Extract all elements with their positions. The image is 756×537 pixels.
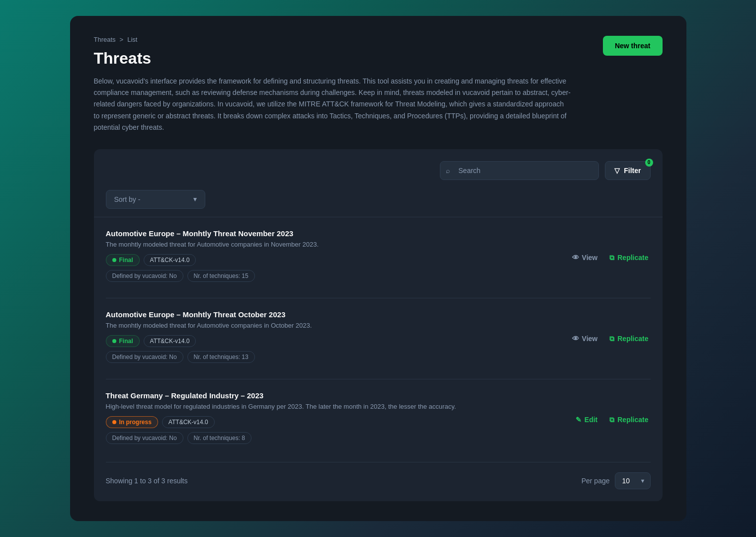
replicate-icon: ⧉ bbox=[609, 415, 614, 424]
framework-tag: ATT&CK-v14.0 bbox=[144, 254, 196, 266]
view-icon: 👁 bbox=[572, 254, 579, 262]
status-label: Final bbox=[119, 338, 133, 345]
page-title: Threats bbox=[94, 49, 663, 68]
framework-tag: ATT&CK-v14.0 bbox=[144, 335, 196, 347]
vucavoid-tag: Defined by vucavoid: No bbox=[106, 351, 183, 363]
threat-description: The monhtly modeled threat for Automotiv… bbox=[106, 241, 651, 248]
filter-label: Filter bbox=[624, 167, 641, 175]
breadcrumb: Threats > List bbox=[94, 36, 663, 43]
status-badge: In progress bbox=[106, 416, 158, 428]
status-label: Final bbox=[119, 257, 133, 264]
per-page-label: Per page bbox=[582, 477, 610, 485]
new-threat-button[interactable]: New threat bbox=[603, 36, 663, 56]
sort-wrapper: Sort by - Name Date Status ▼ bbox=[106, 190, 205, 209]
techniques-tag: Nr. of techniques: 13 bbox=[187, 351, 255, 363]
replicate-label: Replicate bbox=[617, 416, 648, 424]
per-page-wrapper: Per page 10 25 50 100 ▼ bbox=[582, 472, 651, 489]
sort-row: Sort by - Name Date Status ▼ bbox=[106, 190, 651, 209]
search-input[interactable] bbox=[440, 161, 599, 180]
breadcrumb-current: List bbox=[127, 36, 137, 43]
threats-list: Automotive Europe – Monhtly Threat Novem… bbox=[106, 217, 651, 460]
threat-description: The monhtly modeled threat for Automotiv… bbox=[106, 322, 651, 329]
breadcrumb-root[interactable]: Threats bbox=[94, 36, 116, 43]
filter-badge: 0 bbox=[645, 159, 653, 167]
showing-text: Showing 1 to 3 of 3 results bbox=[106, 477, 188, 485]
status-label: In progress bbox=[119, 419, 152, 426]
edit-icon: ✎ bbox=[576, 416, 582, 424]
per-page-select[interactable]: 10 25 50 100 bbox=[615, 472, 651, 489]
replicate-button[interactable]: ⧉ Replicate bbox=[607, 412, 650, 427]
threat-description: High-level threat model for regulated in… bbox=[106, 403, 651, 410]
meta-tags-row: Defined by vucavoid: No Nr. of technique… bbox=[106, 351, 651, 363]
meta-tags-row: Defined by vucavoid: No Nr. of technique… bbox=[106, 270, 651, 282]
replicate-icon: ⧉ bbox=[609, 253, 614, 262]
vucavoid-tag: Defined by vucavoid: No bbox=[106, 270, 183, 282]
threat-name: Automotive Europe – Monhtly Threat Octob… bbox=[106, 310, 651, 319]
edit-button[interactable]: ✎ Edit bbox=[574, 413, 599, 427]
tags-row: In progress ATT&CK-v14.0 bbox=[106, 416, 651, 428]
status-badge: Final bbox=[106, 335, 140, 347]
replicate-label: Replicate bbox=[617, 335, 648, 343]
view-label: View bbox=[582, 254, 598, 262]
app-container: Threats > List Threats Below, vucavoid's… bbox=[70, 16, 686, 521]
filter-button[interactable]: ▽ Filter 0 bbox=[605, 161, 650, 180]
vucavoid-tag: Defined by vucavoid: No bbox=[106, 432, 183, 444]
tags-row: Final ATT&CK-v14.0 bbox=[106, 335, 651, 347]
pagination-row: Showing 1 to 3 of 3 results Per page 10 … bbox=[106, 462, 651, 489]
table-row: Automotive Europe – Monhtly Threat Novem… bbox=[106, 217, 651, 298]
view-button[interactable]: 👁 View bbox=[570, 251, 600, 265]
status-badge: Final bbox=[106, 254, 140, 266]
table-row: Threat Germany – Regulated Industry – 20… bbox=[106, 379, 651, 460]
threat-name: Threat Germany – Regulated Industry – 20… bbox=[106, 391, 651, 400]
threat-actions: 👁 View ⧉ Replicate bbox=[570, 331, 651, 346]
threat-actions: 👁 View ⧉ Replicate bbox=[570, 250, 651, 265]
threat-actions: ✎ Edit ⧉ Replicate bbox=[574, 412, 651, 427]
table-row: Automotive Europe – Monhtly Threat Octob… bbox=[106, 298, 651, 379]
replicate-icon: ⧉ bbox=[609, 334, 614, 343]
view-icon: 👁 bbox=[572, 335, 579, 343]
search-wrapper: ⌕ bbox=[440, 161, 599, 180]
techniques-tag: Nr. of techniques: 15 bbox=[187, 270, 255, 282]
meta-tags-row: Defined by vucavoid: No Nr. of technique… bbox=[106, 432, 651, 444]
view-label: View bbox=[582, 335, 598, 343]
techniques-tag: Nr. of techniques: 8 bbox=[187, 432, 252, 444]
sort-select[interactable]: Sort by - Name Date Status bbox=[106, 190, 205, 209]
status-dot bbox=[112, 420, 116, 424]
per-page-select-wrapper: 10 25 50 100 ▼ bbox=[615, 472, 651, 489]
replicate-label: Replicate bbox=[617, 254, 648, 262]
view-button[interactable]: 👁 View bbox=[570, 332, 600, 346]
replicate-button[interactable]: ⧉ Replicate bbox=[607, 250, 650, 265]
status-dot bbox=[112, 258, 116, 262]
breadcrumb-separator: > bbox=[120, 36, 124, 43]
toolbar: ⌕ ▽ Filter 0 bbox=[106, 161, 651, 180]
content-panel: ⌕ ▽ Filter 0 Sort by - Name Date Status … bbox=[94, 149, 663, 501]
replicate-button[interactable]: ⧉ Replicate bbox=[607, 331, 650, 346]
search-icon: ⌕ bbox=[446, 167, 450, 175]
status-dot bbox=[112, 339, 116, 343]
framework-tag: ATT&CK-v14.0 bbox=[162, 416, 215, 428]
edit-label: Edit bbox=[585, 416, 597, 424]
tags-row: Final ATT&CK-v14.0 bbox=[106, 254, 651, 266]
filter-icon: ▽ bbox=[614, 167, 620, 175]
threat-name: Automotive Europe – Monhtly Threat Novem… bbox=[106, 229, 651, 238]
page-description: Below, vucavoid's interface provides the… bbox=[94, 76, 571, 133]
